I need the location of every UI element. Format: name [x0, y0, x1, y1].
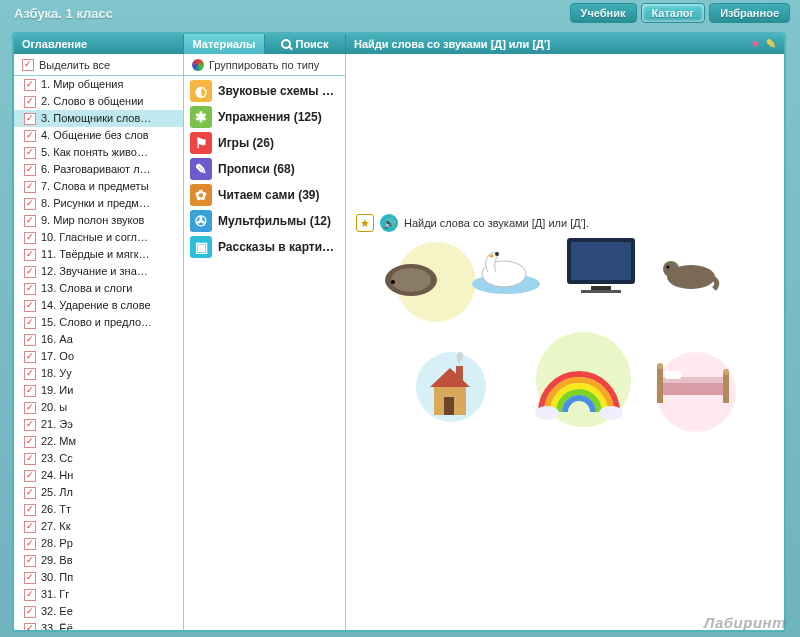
- pen-icon: ✎: [190, 158, 212, 180]
- materials-item[interactable]: ✇Мультфильмы (12): [184, 208, 345, 234]
- toc-item-label: 22. Мм: [41, 434, 76, 449]
- toc-item[interactable]: ✓1. Мир общения: [14, 76, 183, 93]
- toc-item-checkbox[interactable]: ✓: [24, 266, 36, 278]
- toc-item-checkbox[interactable]: ✓: [24, 368, 36, 380]
- picture-otter[interactable]: [656, 247, 721, 297]
- toc-item-checkbox[interactable]: ✓: [24, 79, 36, 91]
- toc-item-checkbox[interactable]: ✓: [24, 606, 36, 618]
- toc-item-checkbox[interactable]: ✓: [24, 436, 36, 448]
- toc-item[interactable]: ✓23. Сс: [14, 450, 183, 467]
- picture-swan[interactable]: [466, 242, 541, 297]
- toc-item-checkbox[interactable]: ✓: [24, 300, 36, 312]
- select-all-row[interactable]: ✓ Выделить все: [14, 54, 183, 76]
- toc-item-checkbox[interactable]: ✓: [24, 283, 36, 295]
- toc-item-checkbox[interactable]: ✓: [24, 147, 36, 159]
- toc-item-checkbox[interactable]: ✓: [24, 198, 36, 210]
- toc-item[interactable]: ✓30. Пп: [14, 569, 183, 586]
- toc-item-checkbox[interactable]: ✓: [24, 504, 36, 516]
- toc-item-checkbox[interactable]: ✓: [24, 470, 36, 482]
- toc-item-checkbox[interactable]: ✓: [24, 317, 36, 329]
- toc-item[interactable]: ✓18. Уу: [14, 365, 183, 382]
- toc-item-checkbox[interactable]: ✓: [24, 249, 36, 261]
- toc-item[interactable]: ✓25. Лл: [14, 484, 183, 501]
- task-audio-icon[interactable]: 🔊: [380, 214, 398, 232]
- toc-item[interactable]: ✓12. Звучание и зна…: [14, 263, 183, 280]
- toc-item-checkbox[interactable]: ✓: [24, 555, 36, 567]
- toc-item[interactable]: ✓4. Общение без слов: [14, 127, 183, 144]
- toc-item[interactable]: ✓22. Мм: [14, 433, 183, 450]
- toc-item-checkbox[interactable]: ✓: [24, 181, 36, 193]
- materials-item[interactable]: ▣Рассказы в карти…: [184, 234, 345, 260]
- toc-item[interactable]: ✓9. Мир полон звуков: [14, 212, 183, 229]
- toc-item[interactable]: ✓13. Слова и слоги: [14, 280, 183, 297]
- toc-list[interactable]: ✓1. Мир общения✓2. Слово в общении✓3. По…: [14, 76, 183, 630]
- task-star-icon[interactable]: ★: [356, 214, 374, 232]
- toc-item[interactable]: ✓14. Ударение в слове: [14, 297, 183, 314]
- toc-item[interactable]: ✓19. Ии: [14, 382, 183, 399]
- nav-catalog-button[interactable]: Каталог: [641, 3, 706, 23]
- toc-item-checkbox[interactable]: ✓: [24, 164, 36, 176]
- toc-item[interactable]: ✓8. Рисунки и предм…: [14, 195, 183, 212]
- toc-item-checkbox[interactable]: ✓: [24, 572, 36, 584]
- tab-materials[interactable]: Материалы: [184, 34, 265, 54]
- toc-item[interactable]: ✓10. Гласные и согл…: [14, 229, 183, 246]
- toc-item[interactable]: ✓33. Ёё: [14, 620, 183, 630]
- toc-item-checkbox[interactable]: ✓: [24, 215, 36, 227]
- toc-item[interactable]: ✓28. Рр: [14, 535, 183, 552]
- toc-item-checkbox[interactable]: ✓: [24, 521, 36, 533]
- toc-item-checkbox[interactable]: ✓: [24, 334, 36, 346]
- toc-item[interactable]: ✓31. Гг: [14, 586, 183, 603]
- select-all-checkbox[interactable]: ✓: [22, 59, 34, 71]
- nav-textbook-button[interactable]: Учебник: [570, 3, 637, 23]
- main-window: Оглавление Материалы Поиск Найди слова с…: [12, 32, 786, 632]
- toc-item-checkbox[interactable]: ✓: [24, 589, 36, 601]
- materials-item-label: Прописи (68): [218, 162, 295, 176]
- toc-item-checkbox[interactable]: ✓: [24, 453, 36, 465]
- picture-house[interactable]: [416, 352, 481, 422]
- materials-item[interactable]: ✎Прописи (68): [184, 156, 345, 182]
- toc-item[interactable]: ✓21. Ээ: [14, 416, 183, 433]
- toc-item[interactable]: ✓3. Помощники слов…: [14, 110, 183, 127]
- toc-item[interactable]: ✓27. Кк: [14, 518, 183, 535]
- toc-item[interactable]: ✓7. Слова и предметы: [14, 178, 183, 195]
- picture-rainbow[interactable]: [531, 357, 626, 422]
- group-by-row[interactable]: Группировать по типу: [184, 54, 345, 76]
- group-icon: [192, 59, 204, 71]
- toc-item[interactable]: ✓11. Твёрдые и мягк…: [14, 246, 183, 263]
- picture-hedgehog[interactable]: [381, 252, 441, 297]
- favorite-icon[interactable]: ♥: [752, 37, 759, 51]
- toc-item-checkbox[interactable]: ✓: [24, 402, 36, 414]
- toc-item-checkbox[interactable]: ✓: [24, 130, 36, 142]
- toc-item[interactable]: ✓26. Тт: [14, 501, 183, 518]
- toc-item-checkbox[interactable]: ✓: [24, 113, 36, 125]
- materials-item[interactable]: ✿Читаем сами (39): [184, 182, 345, 208]
- materials-item[interactable]: ◐Звуковые схемы …: [184, 78, 345, 104]
- toc-item-checkbox[interactable]: ✓: [24, 487, 36, 499]
- toc-item-checkbox[interactable]: ✓: [24, 232, 36, 244]
- toc-item[interactable]: ✓2. Слово в общении: [14, 93, 183, 110]
- toc-item[interactable]: ✓29. Вв: [14, 552, 183, 569]
- toc-item-label: 3. Помощники слов…: [41, 111, 151, 126]
- nav-favorites-button[interactable]: Избранное: [709, 3, 790, 23]
- materials-item[interactable]: ✱Упражнения (125): [184, 104, 345, 130]
- toc-item[interactable]: ✓15. Слово и предло…: [14, 314, 183, 331]
- toc-item-checkbox[interactable]: ✓: [24, 623, 36, 631]
- toc-item[interactable]: ✓20. ы: [14, 399, 183, 416]
- toc-item[interactable]: ✓32. Ее: [14, 603, 183, 620]
- picture-tv[interactable]: [561, 234, 641, 299]
- toc-item[interactable]: ✓16. Аа: [14, 331, 183, 348]
- toc-item-checkbox[interactable]: ✓: [24, 385, 36, 397]
- tab-search[interactable]: Поиск: [265, 34, 345, 54]
- toc-item-checkbox[interactable]: ✓: [24, 419, 36, 431]
- toc-item[interactable]: ✓17. Оо: [14, 348, 183, 365]
- toc-item[interactable]: ✓24. Нн: [14, 467, 183, 484]
- toc-item-checkbox[interactable]: ✓: [24, 538, 36, 550]
- materials-item[interactable]: ⚑Игры (26): [184, 130, 345, 156]
- toc-item-checkbox[interactable]: ✓: [24, 96, 36, 108]
- edit-icon[interactable]: ✎: [766, 37, 776, 51]
- svg-rect-7: [571, 242, 631, 280]
- toc-item-checkbox[interactable]: ✓: [24, 351, 36, 363]
- toc-item[interactable]: ✓5. Как понять живо…: [14, 144, 183, 161]
- picture-bed[interactable]: [651, 357, 736, 412]
- toc-item[interactable]: ✓6. Разговаривают л…: [14, 161, 183, 178]
